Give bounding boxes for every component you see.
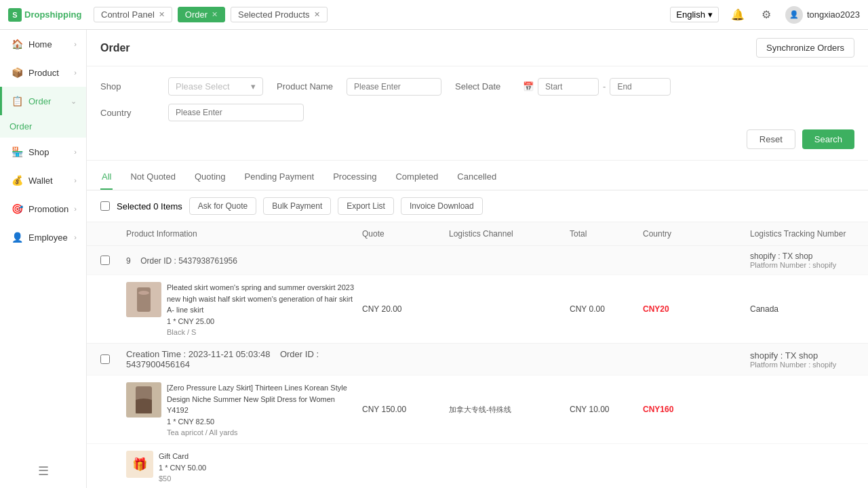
sidebar-item-home[interactable]: 🏠 Home › xyxy=(0,30,86,58)
tab-control-panel[interactable]: Control Panel ✕ xyxy=(94,7,172,22)
shop-label: Shop xyxy=(100,81,155,92)
shop-icon: 🏪 xyxy=(12,146,23,157)
country-input[interactable] xyxy=(168,104,304,121)
logo-icon: S xyxy=(8,8,22,22)
col-tracking-number: Logistics Tracking Number xyxy=(750,229,868,239)
wallet-icon: 💰 xyxy=(12,175,23,186)
sidebar-label-employee: Employee xyxy=(28,232,68,243)
selected-items-label: Selected 0 Items xyxy=(117,201,182,211)
sidebar-label-shop: Shop xyxy=(28,147,49,157)
table-row: Pleated skirt women's spring and summer … xyxy=(87,275,868,343)
platform-text-2: shopify : TX shop xyxy=(750,350,868,361)
tab-order[interactable]: Order ✕ xyxy=(178,7,225,22)
tab-pending-payment[interactable]: Pending Payment xyxy=(243,167,316,190)
sidebar-label-home: Home xyxy=(28,39,52,49)
quote-2a: CNY 150.00 xyxy=(362,405,443,414)
tab-not-quoted[interactable]: Not Quoted xyxy=(129,167,177,190)
col-product-info: Product Information xyxy=(126,229,357,239)
tab-quoting[interactable]: Quoting xyxy=(193,167,227,190)
sidebar-item-order[interactable]: 📋 Order ⌄ xyxy=(0,87,86,115)
date-start-input[interactable] xyxy=(538,78,599,96)
creation-time-2: Creation Time : 2023-11-21 05:03:48 xyxy=(126,349,270,359)
tab-completed[interactable]: Completed xyxy=(394,167,439,190)
sidebar-item-promotion[interactable]: 🎯 Promotion › xyxy=(0,195,86,223)
chevron-down-icon: ▾ xyxy=(251,81,256,92)
select-date-label: Select Date xyxy=(455,81,509,92)
gift-card-image: 🎁 xyxy=(126,451,153,478)
order-1-id-section: 9 Order ID : 5437938761956 xyxy=(126,256,357,266)
platform-num-1: Platform Number : shopify xyxy=(750,261,868,269)
country-label: Country xyxy=(100,108,155,118)
sidebar-label-wallet: Wallet xyxy=(28,176,53,186)
sidebar-item-shop[interactable]: 🏪 Shop › xyxy=(0,138,86,166)
sidebar-item-product[interactable]: 📦 Product › xyxy=(0,58,86,87)
chevron-down-icon: ▾ xyxy=(708,9,713,20)
total-cny-2a: CNY160 xyxy=(643,405,745,414)
platform-label-2: shopify : TX shop Platform Number : shop… xyxy=(750,350,868,369)
calendar-icon: 📅 xyxy=(523,81,534,92)
hamburger-menu-icon[interactable]: ☰ xyxy=(38,464,49,479)
filter-row-2: Country xyxy=(100,104,854,121)
tab-cancelled[interactable]: Cancelled xyxy=(456,167,498,190)
bulk-payment-button[interactable]: Bulk Payment xyxy=(263,197,331,215)
col-quote: Quote xyxy=(362,229,443,239)
product-img-svg xyxy=(126,282,161,317)
chevron-right-icon: › xyxy=(74,68,77,77)
chevron-down-icon: ⌄ xyxy=(71,97,77,106)
date-end-input[interactable] xyxy=(610,78,671,96)
logo-text: Dropshipping xyxy=(24,9,82,20)
synchronize-orders-button[interactable]: Synchronize Orders xyxy=(756,38,854,58)
tab-processing[interactable]: Processing xyxy=(332,167,378,190)
sidebar-label-promotion: Promotion xyxy=(28,204,68,214)
shop-select[interactable]: Please Select ▾ xyxy=(168,77,263,96)
sidebar-sub-item-order[interactable]: Order xyxy=(0,115,86,138)
filter-area: Shop Please Select ▾ Product Name Select… xyxy=(87,66,868,161)
employee-icon: 👤 xyxy=(12,232,23,243)
invoice-download-button[interactable]: Invoice Download xyxy=(401,197,483,215)
tab-control-panel-close[interactable]: ✕ xyxy=(159,10,165,19)
language-selector[interactable]: English ▾ xyxy=(670,7,719,22)
platform-label-1: shopify : TX shop Platform Number : shop… xyxy=(750,251,868,269)
product-name-input[interactable] xyxy=(347,78,441,96)
total-price-2a: CNY 10.00 xyxy=(570,405,637,414)
order-number: 9 xyxy=(126,256,131,266)
reset-button[interactable]: Reset xyxy=(747,129,795,149)
sidebar-label-order: Order xyxy=(28,96,51,106)
col-country: Country xyxy=(643,229,745,239)
notification-bell-icon[interactable]: 🔔 xyxy=(728,5,747,24)
tab-control-panel-label: Control Panel xyxy=(101,9,155,20)
chevron-right-icon: › xyxy=(74,205,77,213)
sidebar-item-employee[interactable]: 👤 Employee › xyxy=(0,223,86,251)
product-info-1: Pleated skirt women's spring and summer … xyxy=(126,282,357,336)
sidebar-item-wallet[interactable]: 💰 Wallet › xyxy=(0,166,86,195)
tab-selected-products[interactable]: Selected Products ✕ xyxy=(231,7,328,22)
product-name-label: Product Name xyxy=(277,81,333,92)
col-logistics-channel: Logistics Channel xyxy=(449,229,564,239)
tab-selected-products-label: Selected Products xyxy=(238,9,310,20)
product-image-2a xyxy=(126,382,161,418)
order-2-checkbox[interactable] xyxy=(100,354,110,364)
search-button[interactable]: Search xyxy=(802,129,854,149)
settings-gear-icon[interactable]: ⚙ xyxy=(757,5,776,24)
tab-selected-products-close[interactable]: ✕ xyxy=(314,10,320,19)
product-image-1 xyxy=(126,282,161,317)
chevron-right-icon: › xyxy=(74,233,77,241)
tab-order-label: Order xyxy=(185,9,208,20)
select-all-checkbox[interactable] xyxy=(100,201,110,211)
table-row: [Zero Pressure Lazy Skirt] Thirteen Line… xyxy=(87,375,868,443)
tab-order-close[interactable]: ✕ xyxy=(212,10,218,19)
order-icon: 📋 xyxy=(12,96,23,106)
order-1-checkbox[interactable] xyxy=(100,256,110,265)
logistics-channel-2a: 加拿大专线-特殊线 xyxy=(449,405,564,415)
tab-all[interactable]: All xyxy=(100,167,113,190)
order-tabs: All Not Quoted Quoting Pending Payment P… xyxy=(87,161,868,190)
platform-text-1: shopify : TX shop xyxy=(750,251,868,261)
product-icon: 📦 xyxy=(12,67,23,78)
language-label: English xyxy=(676,9,705,20)
order-id-row-1: 9 Order ID : 5437938761956 shopify : TX … xyxy=(87,246,868,275)
order-group-1: 9 Order ID : 5437938761956 shopify : TX … xyxy=(87,246,868,344)
topbar: S Dropshipping Control Panel ✕ Order ✕ S… xyxy=(0,0,868,30)
ask-for-quote-button[interactable]: Ask for Quote xyxy=(189,197,256,215)
user-menu[interactable]: 👤 tongxiao2023 xyxy=(785,6,860,24)
export-list-button[interactable]: Export List xyxy=(338,197,394,215)
